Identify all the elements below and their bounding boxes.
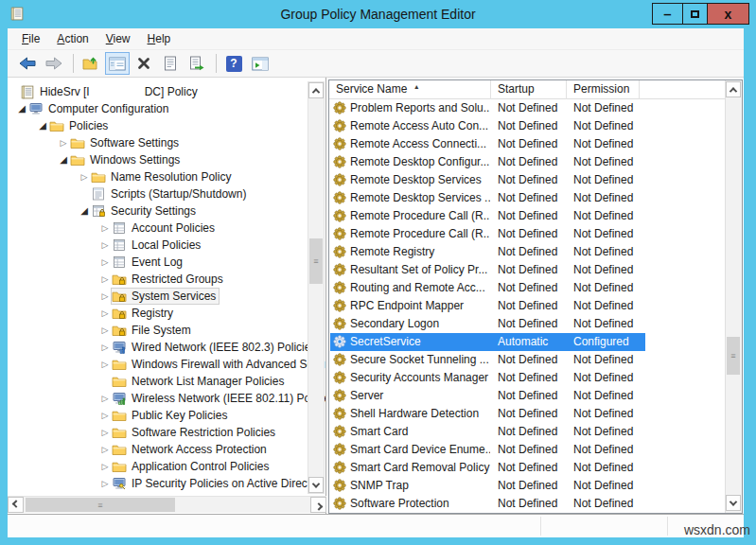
tree-item-security-settings[interactable]: ◢Security Settings xyxy=(8,202,325,220)
tree-collapsed-expander-icon[interactable]: ▷ xyxy=(98,254,112,271)
service-row-remote-access-auto-con[interactable]: Remote Access Auto Con...Not DefinedNot … xyxy=(329,117,725,135)
service-row-remote-access-connecti[interactable]: Remote Access Connecti...Not DefinedNot … xyxy=(329,135,725,153)
tree-collapsed-expander-icon[interactable]: ▷ xyxy=(98,322,112,339)
maximize-button[interactable] xyxy=(682,3,708,25)
tree-vertical-scrollbar[interactable]: ≡ xyxy=(308,81,325,494)
column-header-service-name[interactable]: Service Name▴ xyxy=(329,80,491,99)
tree-item-windows-firewall-with-advanced-secu[interactable]: ▷Windows Firewall with Advanced Secu xyxy=(8,356,325,373)
back-button[interactable] xyxy=(15,52,40,75)
scrollbar-thumb[interactable]: ≡ xyxy=(727,337,740,375)
scroll-down-button[interactable] xyxy=(308,477,324,493)
service-row-remote-desktop-configur[interactable]: Remote Desktop Configur...Not DefinedNot… xyxy=(329,153,725,171)
tree-horizontal-scrollbar[interactable]: ≡ xyxy=(8,496,326,513)
tree-collapsed-expander-icon[interactable]: ▷ xyxy=(98,458,112,475)
service-row-security-accounts-manager[interactable]: Security Accounts ManagerNot DefinedNot … xyxy=(329,369,725,387)
service-row-resultant-set-of-policy-pr[interactable]: Resultant Set of Policy Pr...Not Defined… xyxy=(329,261,725,279)
tree-collapsed-expander-icon[interactable]: ▷ xyxy=(78,168,91,185)
service-row-remote-procedure-call-r[interactable]: Remote Procedure Call (R...Not DefinedNo… xyxy=(329,207,725,225)
service-row-secondary-logon[interactable]: Secondary LogonNot DefinedNot Defined xyxy=(329,315,725,333)
service-row-snmp-trap[interactable]: SNMP TrapNot DefinedNot Defined xyxy=(329,477,725,495)
tree-item-policies[interactable]: ◢Policies xyxy=(8,117,325,134)
gear-icon xyxy=(333,425,346,438)
list-vertical-scrollbar[interactable]: ≡ xyxy=(725,80,742,513)
tree-collapsed-expander-icon[interactable]: ▷ xyxy=(98,407,112,424)
service-row-shell-hardware-detection[interactable]: Shell Hardware DetectionNot DefinedNot D… xyxy=(329,405,725,423)
scroll-up-button[interactable] xyxy=(308,82,324,98)
service-row-secure-socket-tunneling[interactable]: Secure Socket Tunneling ...Not DefinedNo… xyxy=(329,351,725,369)
scroll-left-button[interactable] xyxy=(8,497,24,513)
service-row-smart-card-device-enume[interactable]: Smart Card Device Enume...Not DefinedNot… xyxy=(329,441,725,459)
tree-expanded-expander-icon[interactable]: ◢ xyxy=(78,202,91,220)
service-row-smart-card[interactable]: Smart CardNot DefinedNot Defined xyxy=(329,423,725,441)
scroll-right-button[interactable] xyxy=(310,497,326,513)
tree-item-event-log[interactable]: ▷Event Log xyxy=(8,254,325,271)
column-header-startup[interactable]: Startup xyxy=(491,80,567,99)
tree-collapsed-expander-icon[interactable]: ▷ xyxy=(98,424,112,441)
tree-collapsed-expander-icon[interactable]: ▷ xyxy=(98,356,112,373)
service-row-rpc-endpoint-mapper[interactable]: RPC Endpoint MapperNot DefinedNot Define… xyxy=(329,297,725,315)
tree-item-wired-network-ieee-802-3-policies[interactable]: ▷Wired Network (IEEE 802.3) Policies xyxy=(8,339,325,356)
tree-collapsed-expander-icon[interactable]: ▷ xyxy=(98,220,112,237)
service-row-routing-and-remote-acc[interactable]: Routing and Remote Acc...Not DefinedNot … xyxy=(329,279,725,297)
tree-collapsed-expander-icon[interactable]: ▷ xyxy=(98,390,112,407)
service-row-server[interactable]: ServerNot DefinedNot Defined xyxy=(329,387,725,405)
service-row-problem-reports-and-solu[interactable]: Problem Reports and Solu...Not DefinedNo… xyxy=(329,99,725,117)
tree-item-file-system[interactable]: ▷File System xyxy=(8,322,325,339)
service-row-remote-procedure-call-r[interactable]: Remote Procedure Call (R...Not DefinedNo… xyxy=(329,225,725,243)
tree-item-computer-configuration[interactable]: ◢Computer Configuration xyxy=(8,100,325,117)
tree-item-account-policies[interactable]: ▷Account Policies xyxy=(8,220,325,237)
tree-item-name-resolution-policy[interactable]: ▷Name Resolution Policy xyxy=(8,168,325,185)
close-button[interactable]: x xyxy=(707,3,749,25)
tree-collapsed-expander-icon[interactable]: ▷ xyxy=(98,237,112,254)
menu-action[interactable]: Action xyxy=(48,30,97,47)
scrollbar-thumb[interactable]: ≡ xyxy=(26,498,175,512)
service-row-software-protection[interactable]: Software ProtectionNot DefinedNot Define… xyxy=(329,495,725,513)
column-header-permission[interactable]: Permission xyxy=(567,80,640,99)
tree-item-scripts-startup-shutdown[interactable]: Scripts (Startup/Shutdown) xyxy=(8,185,325,202)
menu-view[interactable]: View xyxy=(97,30,139,47)
tree-expanded-expander-icon[interactable]: ◢ xyxy=(57,151,70,168)
tree-item-system-services[interactable]: ▷System Services xyxy=(8,288,325,305)
service-row-remote-desktop-services[interactable]: Remote Desktop ServicesNot DefinedNot De… xyxy=(329,171,725,189)
action-pane-button[interactable] xyxy=(248,52,273,75)
menu-help[interactable]: Help xyxy=(139,30,180,47)
tree-item-registry[interactable]: ▷Registry xyxy=(8,305,325,322)
tree-item-network-list-manager-policies[interactable]: Network List Manager Policies xyxy=(8,373,325,390)
console-tree-button[interactable] xyxy=(105,52,130,75)
tree-item-application-control-policies[interactable]: ▷Application Control Policies xyxy=(8,458,325,475)
tree-item-wireless-network-ieee-802-11-policie[interactable]: ▷Wireless Network (IEEE 802.11) Policie xyxy=(8,390,325,407)
tree-collapsed-expander-icon[interactable]: ▷ xyxy=(98,271,112,288)
tree-item-hidesrv-i-dc-policy[interactable]: HideSrv [IDC] Policy xyxy=(8,83,325,100)
minimize-button[interactable]: – xyxy=(652,3,683,25)
service-row-remote-registry[interactable]: Remote RegistryNot DefinedNot Defined xyxy=(329,243,725,261)
service-row-secretservice[interactable]: SecretServiceAutomaticConfigured xyxy=(329,333,725,351)
tree-item-restricted-groups[interactable]: ▷Restricted Groups xyxy=(8,271,325,288)
tree-collapsed-expander-icon[interactable]: ▷ xyxy=(98,441,112,458)
tree-item-software-restriction-policies[interactable]: ▷Software Restriction Policies xyxy=(8,424,325,441)
service-row-smart-card-removal-policy[interactable]: Smart Card Removal PolicyNot DefinedNot … xyxy=(329,459,725,477)
properties-button[interactable] xyxy=(158,52,183,75)
tree-collapsed-expander-icon[interactable]: ▷ xyxy=(98,305,112,322)
tree-expanded-expander-icon[interactable]: ◢ xyxy=(36,117,49,134)
menu-file[interactable]: File xyxy=(13,30,48,47)
forward-button[interactable] xyxy=(42,52,66,75)
tree-item-software-settings[interactable]: ▷Software Settings xyxy=(8,134,325,151)
export-list-button[interactable] xyxy=(185,52,209,75)
folder-up-button[interactable] xyxy=(79,52,103,75)
tree-item-public-key-policies[interactable]: ▷Public Key Policies xyxy=(8,407,325,424)
tree-item-windows-settings[interactable]: ◢Windows Settings xyxy=(8,151,325,168)
tree-collapsed-expander-icon[interactable]: ▷ xyxy=(57,134,70,151)
help-button[interactable]: ? xyxy=(221,52,246,75)
tree-item-local-policies[interactable]: ▷Local Policies xyxy=(8,237,325,254)
tree-item-ip-security-policies-on-active-director[interactable]: ▷IP Security Policies on Active Director xyxy=(8,475,325,492)
tree-collapsed-expander-icon[interactable]: ▷ xyxy=(98,339,112,356)
tree-item-network-access-protection[interactable]: ▷Network Access Protection xyxy=(8,441,325,458)
scroll-down-button[interactable] xyxy=(726,495,741,511)
delete-button[interactable] xyxy=(132,52,156,75)
tree-expanded-expander-icon[interactable]: ◢ xyxy=(15,100,28,117)
service-row-remote-desktop-services[interactable]: Remote Desktop Services ...Not DefinedNo… xyxy=(329,189,725,207)
scroll-up-button[interactable] xyxy=(726,81,741,97)
tree-collapsed-expander-icon[interactable]: ▷ xyxy=(98,475,112,492)
scrollbar-thumb[interactable]: ≡ xyxy=(309,238,323,284)
tree-collapsed-expander-icon[interactable]: ▷ xyxy=(98,288,112,305)
